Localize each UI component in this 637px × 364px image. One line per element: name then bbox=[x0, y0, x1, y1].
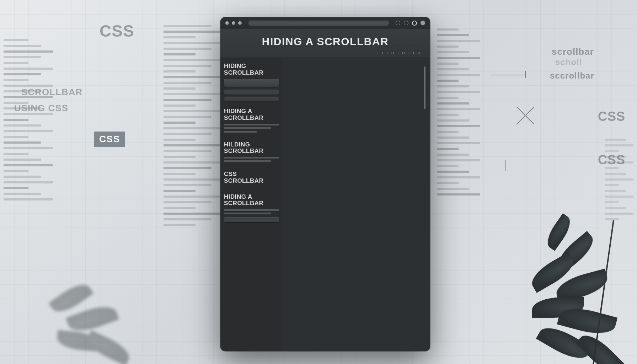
sidebar-section-2[interactable]: HILDING SCROLLBAR bbox=[224, 141, 279, 164]
annotation-tick bbox=[505, 160, 506, 171]
sidebar-title-line1: CSS bbox=[224, 171, 237, 177]
sidebar: HIDING SCROLLBAR HIDING A SCROLLBAR HI bbox=[220, 58, 283, 351]
sidebar-section-4[interactable]: HIDING A SCROLLBAR bbox=[224, 194, 279, 222]
bg-word-sccrollbar: sccrollbar bbox=[550, 71, 637, 81]
sidebar-item-lines bbox=[224, 209, 279, 214]
css-badge: CSS bbox=[94, 132, 125, 147]
annotation-tick bbox=[525, 71, 526, 78]
traffic-lights bbox=[225, 21, 242, 25]
traffic-maximize-icon[interactable] bbox=[238, 21, 242, 25]
traffic-minimize-icon[interactable] bbox=[232, 21, 235, 25]
bg-word-css: CSS bbox=[100, 21, 171, 41]
bg-word-css-r2: CSS bbox=[598, 152, 637, 167]
bg-word-scrollbar: SCROLLBAR bbox=[21, 87, 171, 98]
sidebar-section-3[interactable]: CSS SCROLLBAR bbox=[224, 171, 279, 186]
sidebar-title-line2: SCROLLBAR bbox=[224, 177, 263, 184]
background-code-column bbox=[164, 21, 228, 341]
sidebar-item-chip[interactable] bbox=[224, 217, 279, 222]
traffic-close-icon[interactable] bbox=[225, 21, 229, 25]
sidebar-item-chip[interactable] bbox=[224, 97, 279, 101]
bg-word-using-css: USING CSS bbox=[14, 103, 171, 114]
sidebar-section-0[interactable]: HIDING SCROLLBAR bbox=[224, 63, 279, 101]
sidebar-item-chip[interactable] bbox=[224, 90, 279, 95]
scrollbar-thumb[interactable] bbox=[424, 66, 425, 109]
sidebar-title-line2: SCROLLBAR bbox=[224, 200, 263, 207]
bg-word-css-r1: CSS bbox=[598, 109, 637, 124]
sidebar-title-line1: HIDING bbox=[224, 63, 246, 69]
sidebar-title-line2: SCROLLBAR bbox=[224, 148, 263, 154]
browser-body: HIDING SCROLLBAR HIDING A SCROLLBAR HI bbox=[220, 58, 430, 351]
sidebar-title-line2: SCROLLBAR bbox=[224, 69, 263, 76]
bg-word-scholl: scholl bbox=[555, 57, 637, 67]
sidebar-title-line1: HIDING A bbox=[224, 193, 252, 200]
sidebar-title-line1: HIDING A bbox=[224, 108, 252, 114]
sidebar-title-line1: HILDING bbox=[224, 141, 250, 148]
sidebar-item-lines bbox=[224, 157, 279, 162]
annotation-line bbox=[489, 75, 525, 75]
x-mark-icon bbox=[513, 103, 537, 128]
background-right-text: scrollbar scholl sccrollbar CSS CSS bbox=[470, 28, 637, 167]
sidebar-section-1[interactable]: HIDING A SCROLLBAR bbox=[224, 108, 279, 134]
browser-window: HIDING A SCROLLBAR I I I O I O I I O HID… bbox=[220, 17, 430, 351]
sidebar-item-lines bbox=[224, 124, 279, 133]
background-left-text: CSS SCROLLBAR USING CSS CSS bbox=[0, 21, 171, 147]
sidebar-title-line2: SCROLLBAR bbox=[224, 114, 263, 121]
sidebar-item-chip[interactable] bbox=[224, 79, 279, 87]
bg-word-scrollbar-r1: scrollbar bbox=[552, 46, 637, 57]
